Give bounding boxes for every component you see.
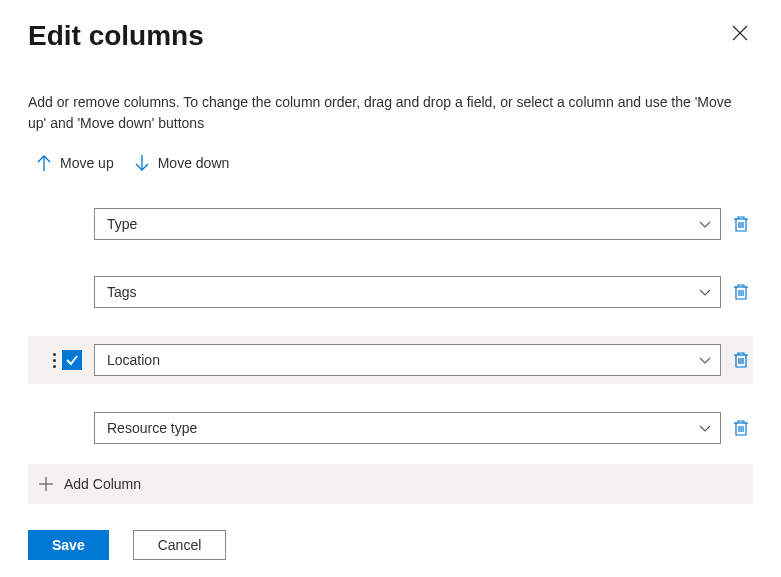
- delete-column-button[interactable]: [729, 351, 753, 369]
- column-list: Type Tags Location: [28, 200, 753, 452]
- add-column-label: Add Column: [64, 476, 141, 492]
- column-value: Type: [107, 216, 137, 232]
- column-dropdown[interactable]: Location: [94, 344, 721, 376]
- close-icon: [731, 24, 749, 42]
- save-button[interactable]: Save: [28, 530, 109, 560]
- column-dropdown[interactable]: Resource type: [94, 412, 721, 444]
- chevron-down-icon: [698, 421, 712, 435]
- cancel-button[interactable]: Cancel: [133, 530, 227, 560]
- column-value: Tags: [107, 284, 137, 300]
- column-row[interactable]: Type: [28, 200, 753, 248]
- row-checkbox[interactable]: [62, 350, 82, 370]
- plus-icon: [38, 476, 54, 492]
- page-title: Edit columns: [28, 20, 204, 52]
- move-down-label: Move down: [158, 155, 230, 171]
- description-text: Add or remove columns. To change the col…: [28, 92, 753, 134]
- arrow-up-icon: [36, 154, 52, 172]
- chevron-down-icon: [698, 353, 712, 367]
- column-value: Resource type: [107, 420, 197, 436]
- column-row[interactable]: Tags: [28, 268, 753, 316]
- trash-icon: [733, 419, 749, 437]
- column-dropdown[interactable]: Tags: [94, 276, 721, 308]
- chevron-down-icon: [698, 217, 712, 231]
- move-up-label: Move up: [60, 155, 114, 171]
- move-up-button[interactable]: Move up: [36, 154, 114, 172]
- column-value: Location: [107, 352, 160, 368]
- toolbar: Move up Move down: [28, 150, 753, 176]
- column-dropdown[interactable]: Type: [94, 208, 721, 240]
- footer: Save Cancel: [28, 530, 753, 560]
- delete-column-button[interactable]: [729, 419, 753, 437]
- trash-icon: [733, 215, 749, 233]
- trash-icon: [733, 351, 749, 369]
- column-row[interactable]: Location: [28, 336, 753, 384]
- add-column-button[interactable]: Add Column: [28, 464, 753, 504]
- delete-column-button[interactable]: [729, 215, 753, 233]
- chevron-down-icon: [698, 285, 712, 299]
- check-icon: [65, 353, 79, 367]
- trash-icon: [733, 283, 749, 301]
- close-button[interactable]: [727, 20, 753, 49]
- delete-column-button[interactable]: [729, 283, 753, 301]
- column-row[interactable]: Resource type: [28, 404, 753, 452]
- move-down-button[interactable]: Move down: [134, 154, 230, 172]
- arrow-down-icon: [134, 154, 150, 172]
- drag-handle-icon[interactable]: [53, 353, 56, 368]
